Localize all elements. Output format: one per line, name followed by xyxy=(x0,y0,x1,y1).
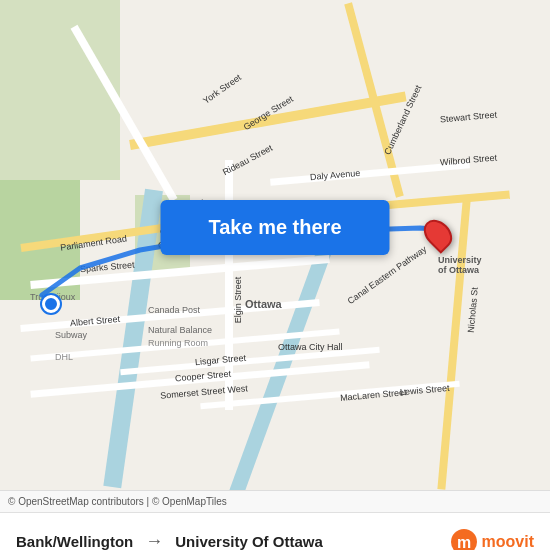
attribution-text: © OpenStreetMap contributors | © OpenMap… xyxy=(8,496,227,507)
destination-label: University Of Ottawa xyxy=(175,533,323,550)
map-container: Parliament Road Sparks Street Albert Str… xyxy=(0,0,550,490)
take-me-there-button[interactable]: Take me there xyxy=(160,200,389,255)
moovit-logo: m moovit xyxy=(450,528,534,551)
origin-marker xyxy=(42,295,60,313)
route-arrow-icon: → xyxy=(145,531,163,550)
destination-marker xyxy=(426,218,450,250)
ottawa-area-label: Ottawa xyxy=(245,298,282,310)
svg-text:m: m xyxy=(456,534,470,551)
attribution-bar: © OpenStreetMap contributors | © OpenMap… xyxy=(0,490,550,512)
cta-container: Take me there xyxy=(160,200,389,255)
info-bar: Bank/Wellington → University Of Ottawa m… xyxy=(0,512,550,550)
university-label: Universityof Ottawa xyxy=(438,255,482,275)
park-area xyxy=(0,0,120,180)
origin-label: Bank/Wellington xyxy=(16,533,133,550)
moovit-brand-text: moovit xyxy=(482,533,534,551)
moovit-icon: m xyxy=(450,528,478,551)
